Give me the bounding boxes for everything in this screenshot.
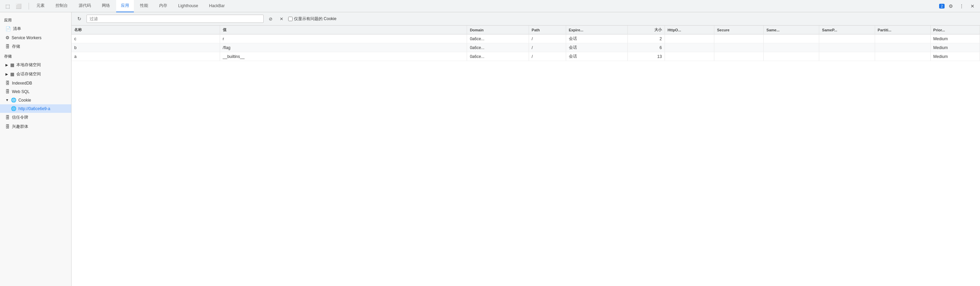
cookie-table-wrapper: 名称 值 Domain Path Expire... 大小 HttpO... S… bbox=[72, 26, 980, 286]
tab-lighthouse[interactable]: Lighthouse bbox=[173, 0, 203, 12]
sidebar-item-session-storage[interactable]: ▶ ▦ 会话存储空间 bbox=[0, 70, 71, 79]
cookie-url-icon: 🌐 bbox=[11, 106, 16, 111]
cell-size: 13 bbox=[628, 52, 665, 61]
cell-prior: Medium bbox=[930, 52, 980, 61]
main-layout: 应用 📄 清单 ⚙ Service Workers 🗄 存储 存储 ▶ ▦ 本地… bbox=[0, 12, 980, 286]
cookie-arrow-icon: ▼ bbox=[5, 98, 9, 102]
tab-performance[interactable]: 性能 bbox=[135, 0, 153, 12]
sidebar-item-interest-groups[interactable]: 🗄 兴趣群体 bbox=[0, 122, 71, 131]
cell-path: / bbox=[529, 43, 566, 52]
col-header-domain[interactable]: Domain bbox=[467, 26, 529, 34]
cell-samep bbox=[819, 43, 875, 52]
cell-expires: 会话 bbox=[566, 34, 627, 43]
close-icon[interactable]: ✕ bbox=[968, 2, 977, 11]
sidebar-item-cookie-url[interactable]: 🌐 http://0a6ce6e9-a bbox=[0, 104, 71, 113]
sidebar-item-local-storage[interactable]: ▶ ▦ 本地存储空间 bbox=[0, 60, 71, 70]
storage-top-icon: 🗄 bbox=[5, 44, 10, 49]
sidebar-item-indexeddb-label: IndexedDB bbox=[12, 81, 32, 86]
interest-groups-icon: 🗄 bbox=[5, 124, 10, 129]
storage-section-label: 存储 bbox=[0, 51, 71, 60]
cell-httpo bbox=[665, 52, 714, 61]
local-storage-icon: ▦ bbox=[10, 62, 14, 67]
col-header-value[interactable]: 值 bbox=[220, 26, 467, 34]
top-bar-icon-group: ⬚ ⬜ bbox=[3, 2, 23, 11]
col-header-expires[interactable]: Expire... bbox=[566, 26, 627, 34]
cell-parti bbox=[875, 43, 930, 52]
session-storage-arrow-icon: ▶ bbox=[5, 72, 8, 76]
refresh-button[interactable]: ↻ bbox=[75, 14, 84, 23]
col-header-name[interactable]: 名称 bbox=[72, 26, 220, 34]
cell-prior: Medium bbox=[930, 43, 980, 52]
cookie-toolbar: ↻ ⊘ ✕ 仅显示有问题的 Cookie bbox=[72, 12, 980, 26]
sidebar-item-cookie-label: Cookie bbox=[18, 98, 31, 102]
tab-hackbar[interactable]: HackBar bbox=[204, 0, 229, 12]
sidebar-item-service-workers[interactable]: ⚙ Service Workers bbox=[0, 34, 71, 42]
sidebar-item-indexeddb[interactable]: 🗄 IndexedDB bbox=[0, 79, 71, 87]
cell-value: __builtins__ bbox=[220, 52, 467, 61]
cell-prior: Medium bbox=[930, 34, 980, 43]
tab-sources[interactable]: 源代码 bbox=[74, 0, 96, 12]
col-header-same[interactable]: Same... bbox=[764, 26, 819, 34]
cookie-icon: 🌐 bbox=[11, 97, 16, 102]
cell-name: c bbox=[72, 34, 220, 43]
col-header-prior[interactable]: Prior... bbox=[930, 26, 980, 34]
only-issues-text: 仅显示有问题的 Cookie bbox=[294, 16, 337, 22]
sidebar-item-trust-tokens-label: 信任令牌 bbox=[12, 115, 28, 120]
tab-elements[interactable]: 元素 bbox=[32, 0, 49, 12]
sidebar-item-manifest[interactable]: 📄 清单 bbox=[0, 24, 71, 34]
sidebar: 应用 📄 清单 ⚙ Service Workers 🗄 存储 存储 ▶ ▦ 本地… bbox=[0, 12, 72, 286]
tab-memory[interactable]: 内存 bbox=[154, 0, 172, 12]
content-area: ↻ ⊘ ✕ 仅显示有问题的 Cookie 名称 值 Domain Path Ex… bbox=[72, 12, 980, 286]
sidebar-item-cookie[interactable]: ▼ 🌐 Cookie bbox=[0, 96, 71, 104]
col-header-parti[interactable]: Partiti... bbox=[875, 26, 930, 34]
table-row[interactable]: cr0a6ce.../会话2Medium bbox=[72, 34, 980, 43]
cookie-table-body: cr0a6ce.../会话2Mediumb/flag0a6ce.../会话6Me… bbox=[72, 34, 980, 61]
col-header-size[interactable]: 大小 bbox=[628, 26, 665, 34]
inspect-icon[interactable]: ⬚ bbox=[3, 2, 12, 11]
device-icon[interactable]: ⬜ bbox=[14, 2, 23, 11]
sidebar-item-interest-groups-label: 兴趣群体 bbox=[12, 124, 28, 129]
cell-name: a bbox=[72, 52, 220, 61]
tab-application[interactable]: 应用 bbox=[116, 0, 134, 12]
local-storage-arrow-icon: ▶ bbox=[5, 63, 8, 67]
cell-same bbox=[764, 52, 819, 61]
cell-secure bbox=[714, 43, 764, 52]
cell-parti bbox=[875, 34, 930, 43]
col-header-httpo[interactable]: HttpO... bbox=[665, 26, 714, 34]
app-section-label: 应用 bbox=[0, 15, 71, 24]
cell-samep bbox=[819, 52, 875, 61]
table-row[interactable]: b/flag0a6ce.../会话6Medium bbox=[72, 43, 980, 52]
sidebar-item-trust-tokens[interactable]: 🗄 信任令牌 bbox=[0, 113, 71, 122]
cell-expires: 会话 bbox=[566, 43, 627, 52]
cell-samep bbox=[819, 34, 875, 43]
cell-domain: 0a6ce... bbox=[467, 52, 529, 61]
col-header-secure[interactable]: Secure bbox=[714, 26, 764, 34]
notification-badge: 2 bbox=[939, 4, 945, 8]
top-bar: ⬚ ⬜ 元素 控制台 源代码 网络 应用 性能 内存 Lighthouse Ha… bbox=[0, 0, 980, 12]
sidebar-item-websql-label: Web SQL bbox=[12, 89, 30, 94]
cell-size: 6 bbox=[628, 43, 665, 52]
only-issues-label[interactable]: 仅显示有问题的 Cookie bbox=[288, 16, 337, 22]
cell-value: r bbox=[220, 34, 467, 43]
clear-filter-icon[interactable]: ⊘ bbox=[266, 14, 275, 23]
only-issues-checkbox[interactable] bbox=[288, 17, 293, 21]
sidebar-item-service-workers-label: Service Workers bbox=[11, 35, 41, 40]
cell-name: b bbox=[72, 43, 220, 52]
table-header-row: 名称 值 Domain Path Expire... 大小 HttpO... S… bbox=[72, 26, 980, 34]
col-header-samep[interactable]: SameP... bbox=[819, 26, 875, 34]
tab-console[interactable]: 控制台 bbox=[51, 0, 73, 12]
cell-value: /flag bbox=[220, 43, 467, 52]
cell-same bbox=[764, 34, 819, 43]
cell-expires: 会话 bbox=[566, 52, 627, 61]
cell-path: / bbox=[529, 52, 566, 61]
settings-icon[interactable]: ⚙ bbox=[946, 2, 956, 11]
websql-icon: 🗄 bbox=[5, 89, 10, 94]
table-row[interactable]: a__builtins__0a6ce.../会话13Medium bbox=[72, 52, 980, 61]
sidebar-item-websql[interactable]: 🗄 Web SQL bbox=[0, 87, 71, 96]
filter-input[interactable] bbox=[86, 14, 264, 23]
col-header-path[interactable]: Path bbox=[529, 26, 566, 34]
sidebar-item-storage-top[interactable]: 🗄 存储 bbox=[0, 42, 71, 51]
more-icon[interactable]: ⋮ bbox=[957, 2, 966, 11]
tab-network[interactable]: 网络 bbox=[97, 0, 115, 12]
close-filter-icon[interactable]: ✕ bbox=[277, 14, 285, 23]
